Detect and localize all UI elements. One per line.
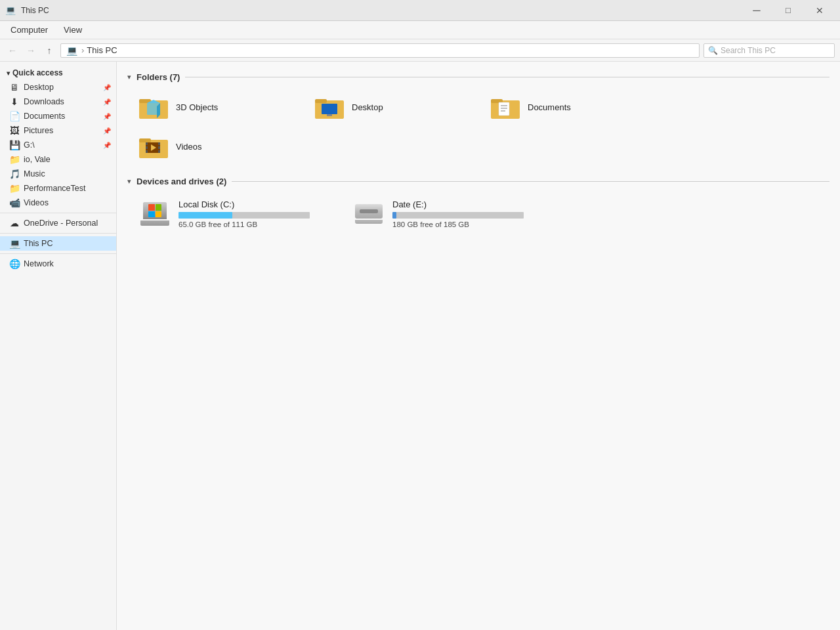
sidebar-quick-access-header[interactable]: ▾ Quick access <box>0 64 116 80</box>
back-button[interactable]: ← <box>5 43 20 58</box>
sidebar-documents-label: Documents <box>24 112 65 121</box>
drives-section-line <box>232 181 830 182</box>
drive-c-free: 65.0 GB free of 111 GB <box>178 220 329 228</box>
path-separator: › <box>81 45 84 55</box>
perftest-icon: 📁 <box>9 183 20 194</box>
folder-documents-icon <box>490 94 521 120</box>
folder-videos-icon <box>138 133 169 159</box>
search-placeholder: Search This PC <box>721 46 776 55</box>
folders-section-line <box>185 77 830 77</box>
svg-rect-6 <box>315 99 327 103</box>
content-area: ▾ Folders (7) 3D Objec <box>117 62 840 630</box>
drives-chevron-icon[interactable]: ▾ <box>127 177 131 186</box>
pictures-icon: 🖼 <box>9 125 20 136</box>
sidebar-item-pictures[interactable]: 🖼 Pictures 📌 <box>0 123 116 138</box>
sidebar-item-desktop[interactable]: 🖥 Desktop 📌 <box>0 80 116 94</box>
app-icon: 💻 <box>5 5 16 16</box>
folder-videos-label: Videos <box>176 142 202 152</box>
path-pc-icon: 💻 <box>66 45 77 56</box>
search-box[interactable]: 🔍 Search This PC <box>704 43 835 58</box>
address-path[interactable]: 💻 › This PC <box>60 43 700 58</box>
close-button[interactable]: ✕ <box>805 1 835 20</box>
svg-rect-18 <box>146 142 148 145</box>
folder-desktop-icon <box>314 94 345 120</box>
sidebar-item-network[interactable]: 🌐 Network <box>0 257 116 271</box>
sidebar-item-onedrive[interactable]: ☁ OneDrive - Personal <box>0 216 116 230</box>
folder-desktop-label: Desktop <box>352 102 383 112</box>
folder-3d-objects[interactable]: 3D Objects <box>133 90 303 124</box>
svg-rect-8 <box>327 114 332 116</box>
drive-e-info: Date (E:) 180 GB free of 185 GB <box>392 200 543 228</box>
sidebar-item-downloads[interactable]: ⬇ Downloads 📌 <box>0 94 116 109</box>
folders-section-header: ▾ Folders (7) <box>127 72 830 82</box>
sidebar-gdrive-label: G:\ <box>24 140 35 150</box>
sidebar-item-videos[interactable]: 📹 Videos <box>0 196 116 210</box>
drives-section-title: Devices and drives (2) <box>136 177 226 186</box>
up-button[interactable]: ↑ <box>42 43 56 58</box>
maximize-button[interactable]: □ <box>773 1 803 20</box>
downloads-icon: ⬇ <box>9 96 20 107</box>
svg-rect-11 <box>499 102 509 116</box>
folder-desktop[interactable]: Desktop <box>308 90 479 124</box>
menu-view[interactable]: View <box>61 24 85 36</box>
menu-bar: Computer View <box>0 21 840 39</box>
drive-e-icon <box>353 201 385 227</box>
drives-section-header: ▾ Devices and drives (2) <box>127 177 830 186</box>
sidebar-thispc-label: This PC <box>24 239 52 248</box>
search-icon: 🔍 <box>708 46 718 55</box>
sidebar-item-music[interactable]: 🎵 Music <box>0 167 116 181</box>
drive-c-icon <box>139 201 171 227</box>
address-bar: ← → ↑ 💻 › This PC 🔍 Search This PC <box>0 39 840 62</box>
folder-documents-label: Documents <box>528 102 571 112</box>
sidebar-item-iovale[interactable]: 📁 io, Vale <box>0 152 116 167</box>
drive-c-bar-fill <box>178 212 232 219</box>
folder-documents[interactable]: Documents <box>484 90 655 124</box>
drive-e-label: Date (E:) <box>392 200 543 209</box>
pin-icon-dl: 📌 <box>103 98 111 106</box>
sidebar-desktop-label: Desktop <box>24 83 54 92</box>
sidebar-item-gdrive[interactable]: 💾 G:\ 📌 <box>0 138 116 152</box>
drive-c-label: Local Disk (C:) <box>178 200 329 209</box>
pin-icon-doc: 📌 <box>103 113 111 120</box>
sidebar: ▾ Quick access 🖥 Desktop 📌 ⬇ Downloads 📌… <box>0 62 117 630</box>
forward-button[interactable]: → <box>24 43 38 58</box>
sidebar-item-thispc[interactable]: 💻 This PC <box>0 236 116 251</box>
folder-3d-icon <box>138 94 169 120</box>
sidebar-item-documents[interactable]: 📄 Documents 📌 <box>0 109 116 123</box>
quick-access-label: Quick access <box>12 68 63 77</box>
sidebar-pictures-label: Pictures <box>24 126 53 135</box>
menu-computer[interactable]: Computer <box>8 24 51 36</box>
pin-icon: 📌 <box>103 84 111 91</box>
minimize-button[interactable]: ─ <box>742 1 772 20</box>
drive-e-free: 180 GB free of 185 GB <box>392 220 543 228</box>
sidebar-divider-2 <box>0 233 116 234</box>
folder-3d-label: 3D Objects <box>176 102 218 112</box>
folders-section-title: Folders (7) <box>136 72 180 82</box>
folder-videos[interactable]: Videos <box>133 129 303 163</box>
sidebar-divider-3 <box>0 253 116 254</box>
sidebar-item-performancetest[interactable]: 📁 PerformanceTest <box>0 181 116 196</box>
pin-icon-pic: 📌 <box>103 127 111 135</box>
gdrive-icon: 💾 <box>9 140 20 150</box>
onedrive-icon: ☁ <box>9 218 20 228</box>
drive-c-info: Local Disk (C:) 65.0 GB free of 111 GB <box>178 200 329 228</box>
svg-rect-19 <box>146 146 148 149</box>
drive-e[interactable]: Date (E:) 180 GB free of 185 GB <box>346 194 550 234</box>
svg-rect-22 <box>158 146 160 149</box>
music-icon: 🎵 <box>9 169 20 179</box>
drive-e-bar-bg <box>392 212 524 219</box>
thispc-icon: 💻 <box>9 238 20 249</box>
sidebar-iovale-label: io, Vale <box>24 155 51 164</box>
svg-rect-23 <box>158 150 160 153</box>
sidebar-music-label: Music <box>24 169 45 178</box>
main-layout: ▾ Quick access 🖥 Desktop 📌 ⬇ Downloads 📌… <box>0 62 840 630</box>
title-bar-title: This PC <box>21 6 49 15</box>
drive-c[interactable]: Local Disk (C:) 65.0 GB free of 111 GB <box>133 194 336 234</box>
folder-grid: 3D Objects Desktop <box>127 90 830 163</box>
pin-icon-g: 📌 <box>103 142 111 149</box>
sidebar-onedrive-label: OneDrive - Personal <box>24 219 98 228</box>
folders-chevron-icon[interactable]: ▾ <box>127 73 131 81</box>
title-bar-controls: 💻 <box>5 5 16 16</box>
sidebar-videos-label: Videos <box>24 198 49 207</box>
drive-e-bar-fill <box>392 212 396 219</box>
